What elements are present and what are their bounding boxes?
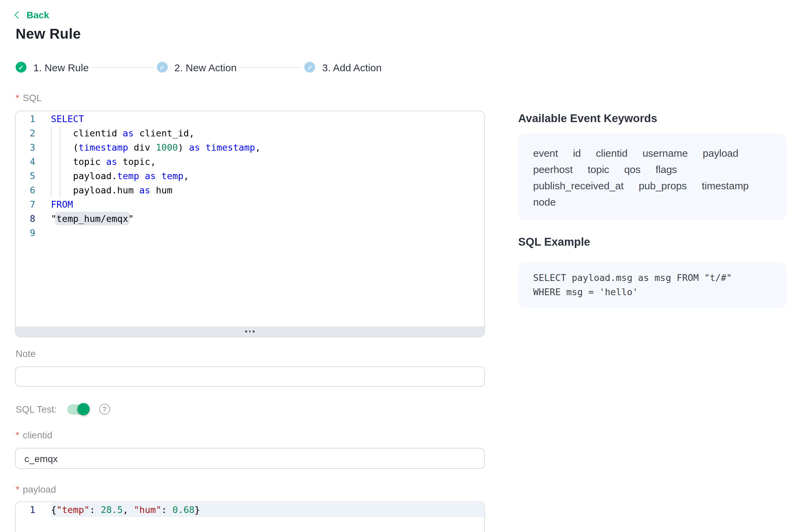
step1-label: 1. New Rule	[33, 61, 89, 73]
resize-dot	[245, 330, 247, 332]
event-keyword: peerhost	[533, 162, 573, 178]
required-asterisk: *	[16, 430, 19, 440]
step3-label: 3. Add Action	[322, 61, 382, 73]
code-line[interactable]: 3 (timestamp div 1000) as timestamp,	[16, 140, 484, 155]
note-input[interactable]	[15, 366, 485, 387]
back-label: Back	[26, 10, 49, 20]
indent-guide	[60, 183, 60, 197]
sql-example-line: SELECT payload.msg as msg FROM "t/#"	[533, 271, 771, 285]
event-keyword: flags	[656, 162, 677, 178]
event-keyword: id	[573, 145, 581, 162]
line-number: 1	[16, 112, 35, 126]
required-asterisk: *	[16, 484, 19, 495]
keyword-row: publish_received_atpub_propstimestamp	[533, 178, 771, 194]
code-line[interactable]: 9	[16, 226, 484, 240]
step-connector	[92, 67, 153, 68]
resize-dot	[249, 330, 251, 332]
payload-field-label: * payload	[16, 484, 56, 495]
sql-test-row: SQL Test: ?	[16, 403, 110, 415]
sql-code-area[interactable]: 1SELECT2 clientid as client_id,3 (timest…	[16, 111, 484, 326]
indent-guide	[60, 140, 60, 155]
back-link[interactable]: Back	[16, 10, 49, 20]
wizard-steps: ✓ 1. New Rule ✓ 2. New Action ✓ 3. Add A…	[16, 62, 382, 73]
clientid-input[interactable]	[15, 448, 485, 469]
note-field-label: Note	[16, 348, 36, 359]
indent-guide	[51, 183, 52, 197]
line-number: 4	[16, 155, 35, 169]
code-line[interactable]: 1SELECT	[16, 112, 484, 126]
required-asterisk: *	[16, 92, 19, 103]
event-keyword: payload	[703, 145, 739, 162]
event-keyword: pub_props	[639, 178, 687, 194]
page-title: New Rule	[16, 26, 81, 42]
step-connector	[240, 67, 301, 68]
sql-example-title: SQL Example	[518, 235, 590, 248]
step2-label: 2. New Action	[174, 61, 236, 73]
new-rule-page: Back New Rule ✓ 1. New Rule ✓ 2. New Act…	[0, 0, 800, 532]
line-number: 5	[16, 169, 35, 183]
step-new-action[interactable]: ✓ 2. New Action	[157, 61, 236, 73]
event-keyword: clientid	[596, 145, 628, 162]
indent-guide	[51, 140, 52, 155]
line-number: 3	[16, 140, 35, 155]
line-number: 6	[16, 183, 35, 197]
event-keyword: node	[533, 194, 556, 210]
payload-code-area[interactable]: 1{"temp": 28.5, "hum": 0.68}	[16, 502, 484, 532]
sql-field-label: * SQL	[16, 92, 42, 103]
indent-guide	[51, 155, 52, 169]
payload-editor[interactable]: 1{"temp": 28.5, "hum": 0.68}	[15, 501, 485, 532]
indent-guide	[60, 169, 60, 183]
line-number: 8	[16, 212, 35, 226]
code-line[interactable]: 6 payload.hum as hum	[16, 183, 484, 197]
event-keyword: topic	[588, 162, 609, 178]
code-line[interactable]: 2 clientid as client_id,	[16, 126, 484, 140]
event-keyword: qos	[624, 162, 640, 178]
keyword-row: eventidclientidusernamepayload	[533, 145, 771, 162]
step3-check-icon: ✓	[305, 62, 315, 73]
event-keyword: timestamp	[702, 178, 749, 194]
step2-check-icon: ✓	[157, 62, 167, 73]
line-number: 1	[16, 503, 35, 517]
help-icon[interactable]: ?	[99, 404, 110, 415]
code-line[interactable]: 8"temp_hum/emqx"	[16, 212, 484, 226]
sql-example-line: WHERE msg = 'hello'	[533, 285, 771, 299]
sql-example-card: SELECT payload.msg as msg FROM "t/#"WHER…	[518, 262, 786, 308]
keyword-row: peerhosttopicqosflags	[533, 162, 771, 178]
indent-guide	[60, 126, 60, 140]
chevron-left-icon	[15, 11, 22, 19]
event-keyword: event	[533, 145, 558, 162]
indent-guide	[51, 169, 52, 183]
line-number: 7	[16, 197, 35, 212]
sql-editor[interactable]: 1SELECT2 clientid as client_id,3 (timest…	[15, 111, 485, 337]
indent-guide	[60, 155, 60, 169]
resize-dot	[253, 330, 255, 332]
keywords-card: eventidclientidusernamepayloadpeerhostto…	[518, 134, 786, 220]
step-add-action[interactable]: ✓ 3. Add Action	[305, 61, 382, 73]
code-line[interactable]: 5 payload.temp as temp,	[16, 169, 484, 183]
event-keyword: publish_received_at	[533, 178, 624, 194]
sql-test-toggle[interactable]	[67, 404, 89, 414]
toggle-knob	[77, 403, 89, 415]
event-keyword: username	[642, 145, 688, 162]
keywords-panel-title: Available Event Keywords	[518, 112, 657, 125]
step1-check-icon: ✓	[16, 62, 26, 73]
sql-test-label: SQL Test:	[16, 404, 57, 415]
line-number: 2	[16, 126, 35, 140]
step-new-rule[interactable]: ✓ 1. New Rule	[16, 61, 89, 73]
line-number: 9	[16, 226, 35, 240]
keyword-row: node	[533, 194, 771, 210]
code-line[interactable]: 1{"temp": 28.5, "hum": 0.68}	[16, 503, 484, 517]
indent-guide	[51, 126, 52, 140]
editor-resize-handle[interactable]	[16, 326, 484, 337]
clientid-field-label: * clientid	[16, 430, 52, 440]
code-line[interactable]: 7FROM	[16, 197, 484, 212]
code-line[interactable]: 4 topic as topic,	[16, 155, 484, 169]
